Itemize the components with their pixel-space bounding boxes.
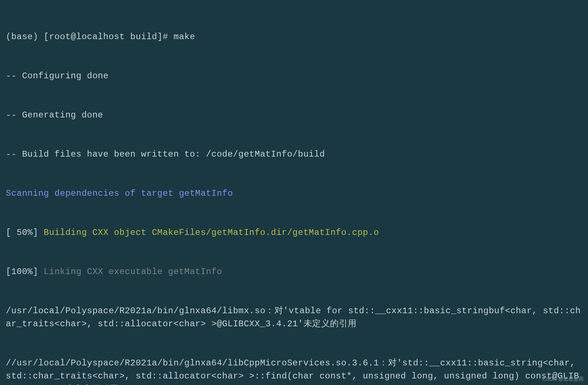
linker-error-line: /usr/local/Polyspace/R2021a/bin/glnxa64/… xyxy=(6,305,582,331)
watermark-text: CSDN @繁星蓝雨 xyxy=(542,375,584,383)
linker-error-line: //usr/local/Polyspace/R2021a/bin/glnxa64… xyxy=(6,357,582,385)
shell-prompt: (base) [root@localhost build]# make xyxy=(6,30,582,44)
linking-text: Linking CXX executable getMatInfo xyxy=(44,267,222,277)
building-text: Building CXX object CMakeFiles/getMatInf… xyxy=(44,228,379,237)
build-progress-50: [ 50%] Building CXX object CMakeFiles/ge… xyxy=(6,226,582,239)
progress-50-prefix: [ 50%] xyxy=(6,228,44,237)
cmake-generate-line: -- Generating done xyxy=(6,109,582,122)
cmake-build-files-line: -- Build files have been written to: /co… xyxy=(6,148,582,161)
terminal-output[interactable]: (base) [root@localhost build]# make -- C… xyxy=(6,4,582,385)
cmake-configure-line: -- Configuring done xyxy=(6,70,582,83)
build-progress-100: [100%] Linking CXX executable getMatInfo xyxy=(6,265,582,278)
scanning-deps-line: Scanning dependencies of target getMatIn… xyxy=(6,187,582,200)
progress-100-prefix: [100%] xyxy=(6,267,44,277)
